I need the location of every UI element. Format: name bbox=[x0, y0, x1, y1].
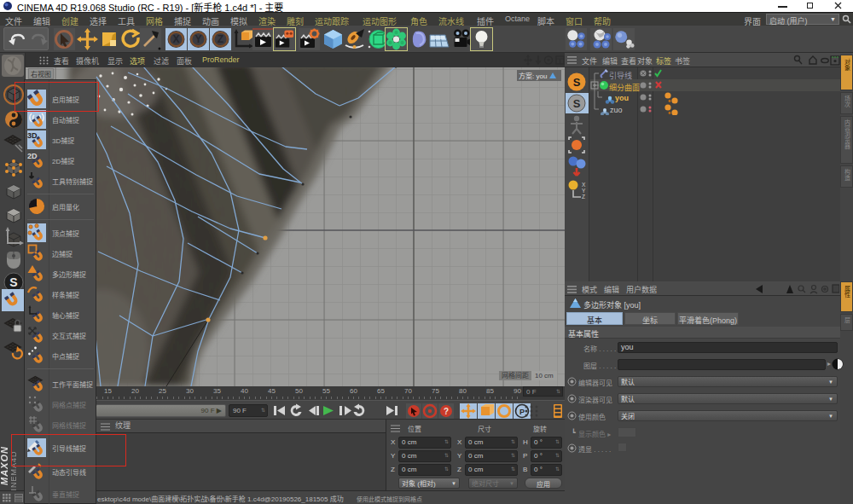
svg-text:X: X bbox=[582, 182, 586, 188]
svg-text:S: S bbox=[573, 97, 581, 110]
svg-text:3D: 3D bbox=[27, 131, 38, 140]
svg-text:P: P bbox=[519, 408, 525, 416]
svg-text:?: ? bbox=[444, 407, 449, 416]
svg-text:Y: Y bbox=[194, 33, 201, 45]
svg-text:S: S bbox=[573, 76, 581, 89]
svg-text:2D: 2D bbox=[27, 152, 38, 160]
svg-text:Z: Z bbox=[582, 194, 585, 200]
svg-text:S: S bbox=[9, 275, 17, 289]
svg-text:Z: Z bbox=[218, 33, 223, 45]
svg-text:Y: Y bbox=[582, 188, 586, 194]
svg-text:X: X bbox=[172, 33, 179, 45]
